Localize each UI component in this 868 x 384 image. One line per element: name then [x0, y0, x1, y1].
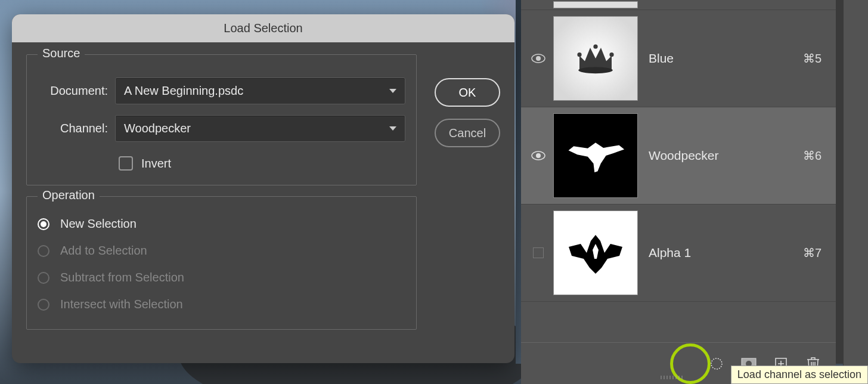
radio-new-selection[interactable]: New Selection	[38, 217, 405, 231]
radio-label: Subtract from Selection	[60, 271, 184, 284]
eye-icon[interactable]	[531, 54, 545, 63]
dialog-title: Load Selection	[12, 14, 514, 42]
radio-icon	[38, 245, 49, 257]
channels-panel: Blue ⌘5 Woodpecker ⌘6 Alpha 1 ⌘	[521, 0, 836, 384]
radio-intersect-selection: Intersect with Selection	[38, 298, 405, 311]
document-label: Document:	[38, 84, 108, 98]
channel-name: Alpha 1	[644, 246, 797, 260]
channel-row-partial[interactable]	[521, 0, 836, 10]
radio-subtract-selection: Subtract from Selection	[38, 271, 405, 284]
svg-point-2	[578, 67, 613, 73]
channel-shortcut: ⌘5	[803, 51, 827, 66]
cancel-button[interactable]: Cancel	[435, 119, 500, 147]
bird-icon	[563, 135, 628, 176]
panel-dock	[843, 0, 868, 384]
radio-icon	[38, 272, 49, 284]
scrollbar[interactable]	[836, 0, 843, 364]
svg-point-1	[536, 56, 541, 61]
channel-thumb	[553, 16, 638, 101]
svg-point-3	[577, 52, 581, 57]
document-value: A New Beginning.psdc	[124, 84, 243, 98]
operation-legend: Operation	[38, 188, 100, 202]
source-fieldset: Source Document: A New Beginning.psdc Ch…	[26, 54, 417, 185]
ok-button[interactable]: OK	[435, 78, 500, 107]
channel-name: Woodpecker	[644, 148, 797, 163]
channel-shortcut: ⌘7	[803, 246, 827, 260]
chevron-down-icon	[389, 126, 396, 131]
radio-icon	[38, 299, 49, 311]
channel-name: Blue	[644, 51, 797, 66]
channel-select[interactable]: Woodpecker	[115, 115, 405, 142]
radio-label: Add to Selection	[60, 244, 147, 258]
invert-label: Invert	[141, 157, 171, 171]
radio-label: Intersect with Selection	[60, 298, 183, 311]
crown-icon	[569, 32, 622, 85]
chevron-down-icon	[389, 89, 396, 93]
resize-grip[interactable]	[661, 376, 696, 379]
channel-row-woodpecker[interactable]: Woodpecker ⌘6	[521, 107, 836, 205]
operation-fieldset: Operation New Selection Add to Selection…	[26, 196, 417, 330]
svg-point-8	[711, 358, 722, 369]
radio-label: New Selection	[60, 217, 137, 231]
radio-icon	[38, 218, 49, 230]
eye-icon[interactable]	[531, 151, 545, 160]
channel-shortcut: ⌘6	[803, 148, 827, 163]
source-legend: Source	[38, 47, 85, 60]
invert-checkbox[interactable]	[119, 156, 133, 171]
channel-row-alpha1[interactable]: Alpha 1 ⌘7	[521, 205, 836, 302]
svg-point-7	[536, 153, 541, 158]
svg-point-5	[609, 52, 613, 57]
channel-thumb	[553, 210, 638, 295]
alpha-icon	[560, 226, 631, 280]
channel-thumb	[553, 113, 638, 198]
load-channel-as-selection-button[interactable]	[708, 355, 725, 372]
visibility-toggle[interactable]	[533, 247, 544, 258]
channel-label: Channel:	[38, 122, 108, 135]
svg-point-4	[593, 45, 597, 49]
channel-row-blue[interactable]: Blue ⌘5	[521, 10, 836, 107]
radio-add-selection: Add to Selection	[38, 244, 405, 258]
channel-thumb	[553, 1, 638, 8]
load-selection-dialog: Load Selection Source Document: A New Be…	[12, 14, 514, 363]
tooltip: Load channel as selection	[731, 366, 868, 384]
document-select[interactable]: A New Beginning.psdc	[115, 78, 405, 104]
channel-value: Woodpecker	[124, 122, 191, 135]
